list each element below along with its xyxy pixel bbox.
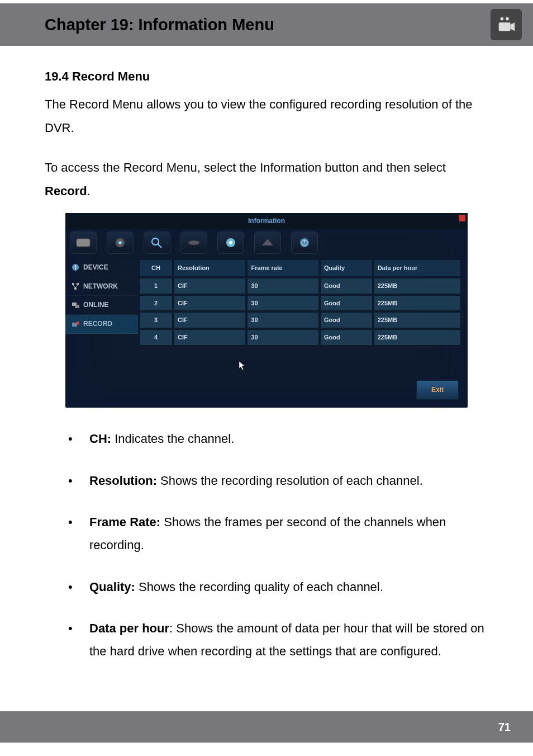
sidebar-item-online[interactable]: ONLINE xyxy=(65,296,138,315)
instruction-paragraph: To access the Record Menu, select the In… xyxy=(45,156,488,203)
sidebar: i DEVICE NETWORK ONLINE RECORD xyxy=(65,258,138,347)
camera-icon xyxy=(491,9,522,40)
header-bar: Chapter 19: Information Menu xyxy=(0,0,533,49)
bullet-label: Frame Rate: xyxy=(89,515,160,529)
screenshot-footer: Exit xyxy=(65,347,468,408)
cell-ch: 2 xyxy=(139,295,173,311)
table-row: 3 CIF 30 Good 225MB xyxy=(139,312,461,328)
table-row: 4 CIF 30 Good 225MB xyxy=(139,329,461,346)
svg-line-8 xyxy=(158,244,161,248)
cell-data-per-hour: 225MB xyxy=(374,312,461,328)
cell-resolution: CIF xyxy=(174,295,246,311)
cell-ch: 1 xyxy=(139,278,173,294)
svg-rect-4 xyxy=(77,239,90,247)
svg-point-1 xyxy=(506,17,509,21)
bullet-text: Shows the recording quality of each chan… xyxy=(135,580,383,594)
svg-marker-3 xyxy=(511,22,515,31)
col-frame-rate: Frame rate xyxy=(247,259,318,277)
svg-rect-19 xyxy=(74,287,77,290)
cell-quality: Good xyxy=(320,278,373,294)
sidebar-item-device[interactable]: i DEVICE xyxy=(65,258,138,277)
section-title: 19.4 Record Menu xyxy=(45,65,488,88)
bullet-text: Indicates the channel. xyxy=(111,432,234,446)
table-row: 1 CIF 30 Good 225MB xyxy=(139,278,461,294)
toolbar-system-icon[interactable] xyxy=(291,231,318,254)
cell-resolution: CIF xyxy=(174,329,246,346)
svg-point-11 xyxy=(229,241,232,244)
sidebar-label: DEVICE xyxy=(83,261,108,274)
record-icon xyxy=(71,320,80,329)
cursor-icon xyxy=(239,360,246,376)
window-titlebar: Information xyxy=(65,213,468,229)
chapter-title: Chapter 19: Information Menu xyxy=(45,16,274,34)
window-title: Information xyxy=(248,217,285,225)
svg-rect-17 xyxy=(72,283,74,285)
svg-line-20 xyxy=(73,285,75,287)
cell-quality: Good xyxy=(320,295,373,311)
cell-resolution: CIF xyxy=(174,278,246,294)
toolbar-record-icon[interactable] xyxy=(107,231,134,254)
svg-point-6 xyxy=(118,241,122,244)
svg-rect-18 xyxy=(77,283,79,285)
instruction-bold: Record xyxy=(45,184,87,198)
bullet-label: CH: xyxy=(89,432,111,446)
svg-rect-23 xyxy=(75,305,79,308)
list-item: Data per hour: Shows the amount of data … xyxy=(61,617,488,663)
col-ch: CH xyxy=(139,259,173,277)
toolbar-search-icon[interactable] xyxy=(144,231,170,254)
col-data-per-hour: Data per hour xyxy=(374,259,461,277)
sidebar-item-network[interactable]: NETWORK xyxy=(65,277,138,296)
svg-rect-2 xyxy=(499,22,511,31)
svg-point-25 xyxy=(76,322,79,325)
intro-paragraph: The Record Menu allows you to view the c… xyxy=(45,93,488,140)
list-item: Frame Rate: Shows the frames per second … xyxy=(61,511,488,556)
list-item: CH: Indicates the channel. xyxy=(61,428,488,451)
cell-resolution: CIF xyxy=(174,312,246,328)
sidebar-label: RECORD xyxy=(83,318,112,330)
cell-data-per-hour: 225MB xyxy=(374,329,461,346)
table-header-row: CH Resolution Frame rate Quality Data pe… xyxy=(139,259,461,277)
bullet-list: CH: Indicates the channel. Resolution: S… xyxy=(45,428,488,663)
col-resolution: Resolution xyxy=(174,259,246,277)
content-area: 19.4 Record Menu The Record Menu allows … xyxy=(0,49,533,663)
bullet-label: Quality: xyxy=(89,580,135,594)
toolbar-alarm-icon[interactable] xyxy=(217,231,244,254)
footer-bar: 71 xyxy=(0,711,533,743)
cell-data-per-hour: 225MB xyxy=(374,295,461,311)
cell-frame-rate: 30 xyxy=(247,329,318,346)
network-icon xyxy=(71,282,80,291)
cell-ch: 4 xyxy=(139,329,173,346)
cell-ch: 3 xyxy=(139,312,173,328)
toolbar xyxy=(65,229,468,258)
instruction-text-pre: To access the Record Menu, select the In… xyxy=(45,160,446,174)
bullet-label: Data per hour xyxy=(89,621,169,635)
col-quality: Quality xyxy=(320,259,373,277)
bullet-text: Shows the recording resolution of each c… xyxy=(157,474,423,488)
close-icon[interactable] xyxy=(459,215,465,221)
bullet-label: Resolution: xyxy=(89,474,157,488)
info-icon: i xyxy=(71,263,80,272)
cell-quality: Good xyxy=(320,312,373,328)
svg-point-9 xyxy=(188,240,199,245)
cell-frame-rate: 30 xyxy=(247,295,318,311)
page-number: 71 xyxy=(498,721,511,734)
cell-quality: Good xyxy=(320,329,373,346)
online-icon xyxy=(71,301,80,310)
list-item: Quality: Shows the recording quality of … xyxy=(61,576,488,599)
table-row: 2 CIF 30 Good 225MB xyxy=(139,295,461,311)
sidebar-item-record[interactable]: RECORD xyxy=(65,315,138,334)
toolbar-network-icon[interactable] xyxy=(180,231,207,254)
cell-data-per-hour: 225MB xyxy=(374,278,461,294)
toolbar-display-icon[interactable] xyxy=(70,231,97,254)
sidebar-label: NETWORK xyxy=(83,280,118,293)
record-table: CH Resolution Frame rate Quality Data pe… xyxy=(138,258,468,347)
cell-frame-rate: 30 xyxy=(247,312,318,328)
svg-text:i: i xyxy=(75,264,77,271)
toolbar-device-icon[interactable] xyxy=(254,231,281,254)
exit-button[interactable]: Exit xyxy=(416,380,459,400)
svg-line-21 xyxy=(75,285,78,287)
sidebar-label: ONLINE xyxy=(83,299,108,311)
list-item: Resolution: Shows the recording resoluti… xyxy=(61,470,488,493)
svg-point-0 xyxy=(501,17,504,21)
instruction-text-post: . xyxy=(87,184,91,198)
